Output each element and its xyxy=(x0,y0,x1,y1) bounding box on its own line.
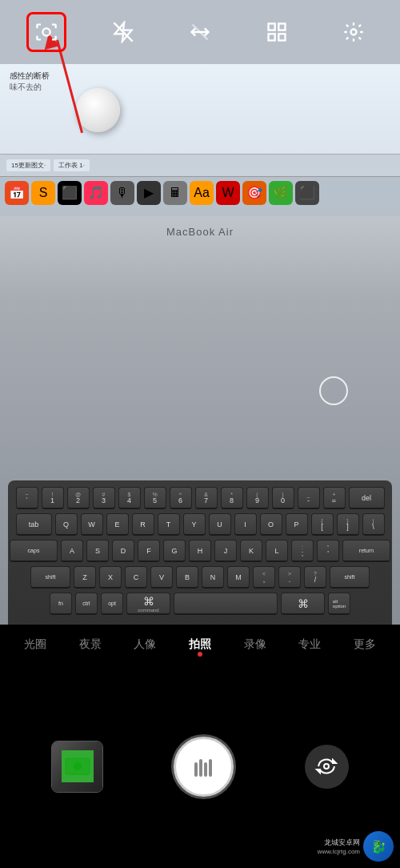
key-backslash[interactable]: |\ xyxy=(362,513,385,536)
key-c[interactable]: C xyxy=(125,566,147,589)
key-return[interactable]: return xyxy=(342,540,390,562)
key-shift-l[interactable]: shift xyxy=(30,566,70,589)
key-y[interactable]: Y xyxy=(183,513,206,536)
key-g[interactable]: G xyxy=(163,540,186,562)
shutter-icon xyxy=(191,753,217,779)
dock-icon-11: 🌿 xyxy=(269,181,293,205)
key-a[interactable]: A xyxy=(61,540,83,562)
key-3[interactable]: #3 xyxy=(93,487,115,509)
taskbar: 15更新图文· 工作表 1· xyxy=(0,154,400,176)
mode-video[interactable]: 录像 xyxy=(227,631,282,658)
svg-rect-4 xyxy=(278,24,285,30)
focus-circle xyxy=(319,376,348,405)
key-1[interactable]: !1 xyxy=(42,487,64,509)
screen-text-2: 味不去的 xyxy=(10,82,390,93)
key-z[interactable]: Z xyxy=(74,566,96,589)
key-option-r[interactable]: altoption xyxy=(328,593,350,615)
svg-rect-5 xyxy=(269,34,275,40)
mode-photo[interactable]: 拍照 xyxy=(173,631,228,658)
key-j[interactable]: J xyxy=(214,540,237,562)
key-ctrl[interactable]: ctrl xyxy=(75,593,98,615)
key-b[interactable]: B xyxy=(176,566,198,589)
key-bracket-r[interactable]: }] xyxy=(337,513,359,536)
svg-point-10 xyxy=(74,762,82,770)
thumbnail-image xyxy=(52,741,102,792)
key-equals[interactable]: += xyxy=(323,487,346,509)
key-f[interactable]: F xyxy=(138,540,160,562)
grid-icon[interactable] xyxy=(257,12,297,52)
key-minus[interactable]: _- xyxy=(298,487,320,509)
key-i[interactable]: I xyxy=(234,513,257,536)
key-t[interactable]: T xyxy=(158,513,180,536)
key-u[interactable]: U xyxy=(209,513,231,536)
key-m[interactable]: M xyxy=(227,566,250,589)
mode-portrait[interactable]: 人像 xyxy=(118,631,173,658)
flip-camera-button[interactable] xyxy=(305,745,349,789)
key-shift-r[interactable]: shift xyxy=(330,566,370,589)
key-k[interactable]: K xyxy=(240,540,262,562)
key-q[interactable]: Q xyxy=(55,513,78,536)
key-e[interactable]: E xyxy=(106,513,129,536)
key-slash[interactable]: ?/ xyxy=(304,566,326,589)
key-7[interactable]: &7 xyxy=(195,487,218,509)
key-8[interactable]: *8 xyxy=(221,487,243,509)
dock-icon-1: 📅 xyxy=(5,181,29,205)
key-space[interactable] xyxy=(174,593,278,615)
svg-rect-12 xyxy=(199,759,202,777)
key-r[interactable]: R xyxy=(132,513,154,536)
key-h[interactable]: H xyxy=(189,540,211,562)
laptop-screen: 感性的断桥 味不去的 15更新图文· 工作表 1· 📅 S ⬛ 🎵 🎙 ▶ 🖩 … xyxy=(0,64,400,208)
taskbar-tab-2[interactable]: 工作表 1· xyxy=(54,159,90,171)
key-option-l[interactable]: opt xyxy=(101,593,123,615)
dock-icon-8: Aa xyxy=(190,181,214,205)
key-s[interactable]: S xyxy=(86,540,109,562)
key-6[interactable]: ^6 xyxy=(170,487,192,509)
key-5[interactable]: %5 xyxy=(144,487,166,509)
key-v[interactable]: V xyxy=(150,566,173,589)
key-command-l[interactable]: ⌘ command xyxy=(126,593,170,615)
key-o[interactable]: O xyxy=(260,513,282,536)
key-command-r[interactable]: ⌘ xyxy=(281,593,325,615)
key-comma[interactable]: <, xyxy=(253,566,275,589)
last-photo-thumbnail[interactable] xyxy=(51,741,103,793)
dock-bar: 📅 S ⬛ 🎵 🎙 ▶ 🖩 Aa W 🎯 🌿 ⬛ xyxy=(0,176,400,208)
viewfinder-icon[interactable] xyxy=(26,12,66,52)
mode-aperture[interactable]: 光圈 xyxy=(8,631,63,658)
key-quote[interactable]: "' xyxy=(317,540,339,562)
key-p[interactable]: P xyxy=(286,513,308,536)
key-row-qwerty: tab Q W E R T Y U I O P {[ }] |\ xyxy=(14,513,386,536)
key-4[interactable]: $4 xyxy=(118,487,141,509)
key-l[interactable]: L xyxy=(266,540,288,562)
key-delete[interactable]: del xyxy=(349,487,385,509)
camera-viewfinder: 感性的断桥 味不去的 15更新图文· 工作表 1· 📅 S ⬛ 🎵 🎙 ▶ 🖩 … xyxy=(0,0,400,625)
dock-icon-7: 🖩 xyxy=(163,181,187,205)
settings-icon[interactable] xyxy=(334,12,374,52)
mode-night[interactable]: 夜景 xyxy=(63,631,118,658)
dock-icon-5: 🎙 xyxy=(110,181,134,205)
key-9[interactable]: (9 xyxy=(246,487,269,509)
shutter-button[interactable] xyxy=(174,737,234,797)
key-semicolon[interactable]: :; xyxy=(291,540,314,562)
key-caps[interactable]: caps xyxy=(10,540,58,562)
key-0[interactable]: )0 xyxy=(272,487,294,509)
dock-icon-2: S xyxy=(31,181,55,205)
key-bracket-l[interactable]: {[ xyxy=(311,513,334,536)
key-backtick[interactable]: ~` xyxy=(16,487,38,509)
key-n[interactable]: N xyxy=(202,566,224,589)
mode-more[interactable]: 更多 xyxy=(337,631,392,658)
key-tab[interactable]: tab xyxy=(16,513,52,536)
dock-icon-10: 🎯 xyxy=(242,181,266,205)
key-row-asdf: caps A S D F G H J K L :; "' return xyxy=(14,540,386,562)
key-period[interactable]: >. xyxy=(278,566,301,589)
key-w[interactable]: W xyxy=(81,513,103,536)
flip-icon[interactable] xyxy=(180,12,220,52)
svg-text:🐉: 🐉 xyxy=(370,839,386,854)
taskbar-tab-1[interactable]: 15更新图文· xyxy=(6,159,50,171)
flash-off-icon[interactable] xyxy=(103,12,143,52)
svg-marker-16 xyxy=(317,770,320,773)
key-2[interactable]: @2 xyxy=(67,487,90,509)
key-d[interactable]: D xyxy=(112,540,134,562)
key-x[interactable]: X xyxy=(99,566,122,589)
key-fn[interactable]: fn xyxy=(50,593,72,615)
mode-pro[interactable]: 专业 xyxy=(282,631,338,658)
